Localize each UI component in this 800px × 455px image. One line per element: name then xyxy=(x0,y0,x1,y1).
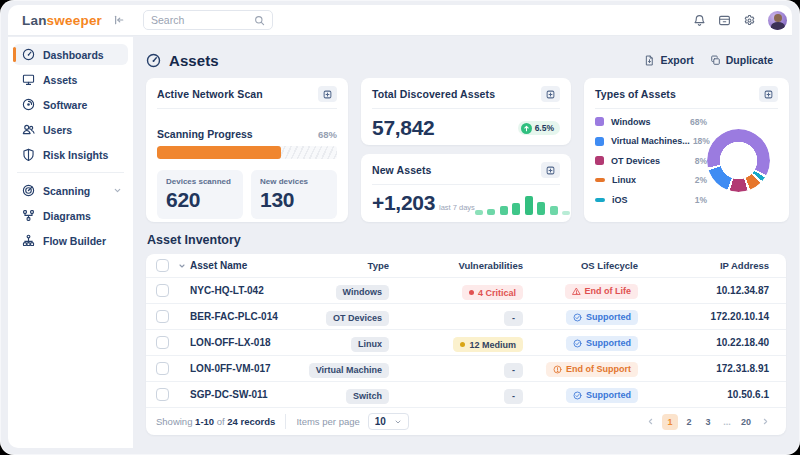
widget-add-icon xyxy=(546,90,555,99)
sidebar-item-flow-builder[interactable]: Flow Builder xyxy=(13,230,128,251)
severity-dot xyxy=(469,290,474,295)
arrow-up-icon xyxy=(521,123,532,134)
table-row[interactable]: BER-FAC-PLC-014OT Devices-Supported172.2… xyxy=(146,303,786,329)
next-page-button[interactable] xyxy=(757,417,774,426)
widget-add-icon xyxy=(546,166,555,175)
topbar: Lansweeper Search xyxy=(8,5,792,36)
mini-bar xyxy=(500,206,508,215)
type-badge: OT Devices xyxy=(326,311,389,326)
ip-address: 10.50.6.1 xyxy=(638,389,769,400)
legend-item: Virtual Machines...18% xyxy=(595,136,707,146)
select-all-checkbox[interactable] xyxy=(156,259,169,272)
row-checkbox[interactable] xyxy=(156,362,169,375)
sidebar-divider xyxy=(17,172,124,173)
legend-swatch xyxy=(595,156,604,165)
export-button[interactable]: Export xyxy=(644,54,693,66)
legend-item: Linux2% xyxy=(595,175,707,185)
check-circle-icon xyxy=(573,313,582,322)
severity-dot xyxy=(460,342,465,347)
row-checkbox[interactable] xyxy=(156,336,169,349)
row-checkbox[interactable] xyxy=(156,310,169,323)
page-title: Assets xyxy=(146,52,219,69)
mini-bar-chart xyxy=(475,193,571,215)
table-row[interactable]: LON-OFF-LX-018Linux12 MediumSupported10.… xyxy=(146,329,786,355)
asset-name: NYC-HQ-LT-042 xyxy=(178,285,298,296)
mini-bar xyxy=(537,202,545,215)
ip-address: 172.20.10.14 xyxy=(638,311,769,322)
radar-icon xyxy=(22,184,35,197)
table-row[interactable]: SGP-DC-SW-011Switch-Supported10.50.6.1 xyxy=(146,381,786,407)
page-button[interactable]: 20 xyxy=(738,414,754,430)
sidebar-item-scanning[interactable]: Scanning xyxy=(13,180,128,201)
page-size-select[interactable]: 10 xyxy=(368,413,409,430)
search-input[interactable]: Search xyxy=(143,10,273,30)
type-badge: Switch xyxy=(346,389,389,404)
vulnerability-badge: - xyxy=(504,389,523,404)
new-devices-stat: New devices 130 xyxy=(251,170,337,219)
sidebar-item-software[interactable]: Software xyxy=(13,94,128,115)
sidebar-item-assets[interactable]: Assets xyxy=(13,69,128,90)
legend-swatch xyxy=(595,137,604,146)
scan-progress-bar xyxy=(157,146,337,159)
table-row[interactable]: LON-0FF-VM-017Virtual Machine-End of Sup… xyxy=(146,355,786,381)
sidebar-item-users[interactable]: Users xyxy=(13,119,128,140)
table-body: NYC-HQ-LT-042Windows4 CriticalEnd of Lif… xyxy=(146,277,786,407)
row-checkbox[interactable] xyxy=(156,388,169,401)
monitor-icon xyxy=(22,73,35,86)
page-button[interactable]: 2 xyxy=(681,414,697,430)
table-row[interactable]: NYC-HQ-LT-042Windows4 CriticalEnd of Lif… xyxy=(146,277,786,303)
archive-icon[interactable] xyxy=(718,14,731,27)
legend-swatch xyxy=(595,117,604,126)
sidebar: Dashboards Assets Software Users Risk In… xyxy=(8,37,133,448)
settings-gear-icon[interactable] xyxy=(743,14,756,27)
progress-label: Scanning Progress xyxy=(157,128,253,140)
check-circle-icon xyxy=(573,339,582,348)
duplicate-button[interactable]: Duplicate xyxy=(710,54,773,66)
export-file-icon xyxy=(644,55,655,66)
chevron-down-icon xyxy=(113,185,122,197)
type-badge: Linux xyxy=(351,337,389,352)
card-title: Total Discovered Assets xyxy=(372,88,495,100)
notifications-bell-icon[interactable] xyxy=(693,14,706,27)
search-icon xyxy=(254,15,265,26)
table-header-row: Asset Name Type Vulnerabilities OS Lifec… xyxy=(146,254,786,277)
widget-add-button[interactable] xyxy=(541,86,560,102)
search-placeholder: Search xyxy=(151,14,254,26)
alert-circle-icon xyxy=(553,365,562,374)
widget-add-button[interactable] xyxy=(759,86,778,102)
mini-bar xyxy=(550,206,558,215)
sidebar-item-risk-insights[interactable]: Risk Insights xyxy=(13,144,128,165)
card-title: Types of Assets xyxy=(595,88,676,100)
types-of-assets-card: Types of Assets Windows68%Virtual Machin… xyxy=(584,78,789,222)
sidebar-item-diagrams[interactable]: Diagrams xyxy=(13,205,128,226)
widget-add-button[interactable] xyxy=(318,86,337,102)
widget-add-button[interactable] xyxy=(541,162,560,178)
active-network-scan-card: Active Network Scan Scanning Progress 68… xyxy=(146,78,348,222)
table-footer: Showing 1-10 of 24 records Items per pag… xyxy=(146,407,786,435)
sidebar-collapse-icon[interactable] xyxy=(113,14,125,26)
ip-address: 10.22.18.40 xyxy=(638,337,769,348)
mini-bar xyxy=(525,196,533,215)
page-button[interactable]: 1 xyxy=(662,414,678,430)
asset-inventory-table: Asset Name Type Vulnerabilities OS Lifec… xyxy=(146,254,786,435)
lifecycle-badge: Supported xyxy=(566,388,638,403)
duplicate-copy-icon xyxy=(710,55,721,66)
ip-address: 10.12.34.87 xyxy=(638,285,769,296)
prev-page-button[interactable] xyxy=(642,417,659,426)
progress-percent: 68% xyxy=(318,129,337,140)
user-avatar[interactable] xyxy=(768,11,787,30)
sidebar-item-dashboards[interactable]: Dashboards xyxy=(13,44,128,65)
app-window: Lansweeper Search Dashboards xyxy=(0,0,800,455)
pagination: 123...20 xyxy=(642,414,774,430)
scan-progress-fill xyxy=(157,146,281,159)
lifecycle-badge: End of Support xyxy=(546,362,638,377)
pagination-ellipsis: ... xyxy=(719,414,735,430)
widget-add-icon xyxy=(764,90,773,99)
assets-gauge-icon xyxy=(146,53,161,68)
vulnerability-badge: - xyxy=(504,311,523,326)
items-per-page-label: Items per page xyxy=(296,416,359,427)
page-button[interactable]: 3 xyxy=(700,414,716,430)
row-checkbox[interactable] xyxy=(156,284,169,297)
mini-bar xyxy=(512,203,520,215)
sort-chevron-icon[interactable] xyxy=(178,262,186,270)
